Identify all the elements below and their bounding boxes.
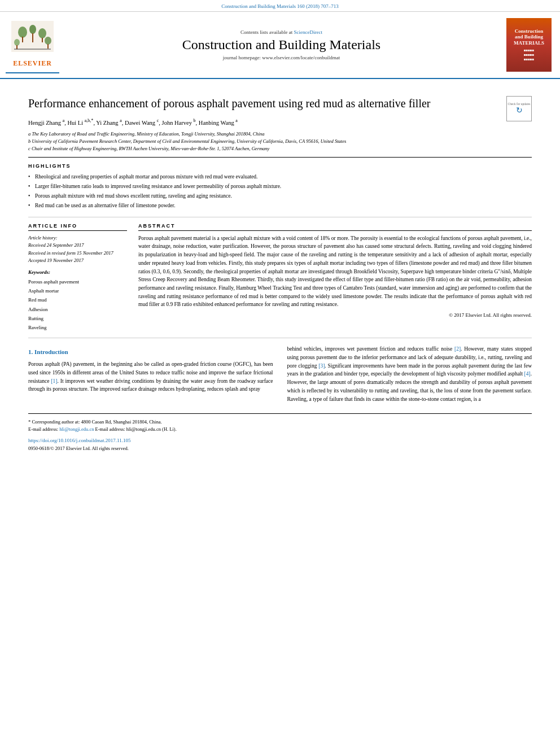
email-link[interactable]: hli@tongji.edu.cn xyxy=(59,426,94,432)
elsevier-logo-area: ELSEVIER xyxy=(6,16,59,73)
journal-center-info: Contents lists available at ScienceDirec… xyxy=(65,29,498,60)
affiliation-b: b University of California Pavement Rese… xyxy=(28,138,498,145)
keyword-1: Porous asphalt pavement xyxy=(28,277,127,286)
body-left-col: 1. Introduction Porous asphalt (PA) pave… xyxy=(28,345,273,407)
accepted-date: Accepted 19 November 2017 xyxy=(28,257,127,265)
highlight-item-1: Rheological and raveling properties of a… xyxy=(28,172,532,182)
keyword-6: Raveling xyxy=(28,323,127,332)
highlights-list: Rheological and raveling properties of a… xyxy=(28,172,532,211)
svg-rect-8 xyxy=(16,45,18,49)
check-updates-icon: ↻ xyxy=(516,106,523,115)
corner-logo-subtitle: ■■■■■■■■■■■■■■■ xyxy=(524,49,534,62)
journal-title: Construction and Building Materials xyxy=(65,37,498,53)
highlight-item-2: Larger filler-bitumen ratio leads to imp… xyxy=(28,182,532,191)
corner-logo-box: Construction and Building MATERIALS ■■■■… xyxy=(506,18,552,72)
keywords-label: Keywords: xyxy=(28,269,127,275)
article-info-column: ARTICLE INFO Article history: Received 2… xyxy=(28,223,127,333)
body-content: 1. Introduction Porous asphalt (PA) pave… xyxy=(28,338,532,413)
main-content: Performance enhancement of porous asphal… xyxy=(0,79,560,460)
svg-point-2 xyxy=(29,25,36,34)
check-updates-badge: Check for updates ↻ xyxy=(506,96,532,121)
elsevier-tree-icon xyxy=(11,21,54,52)
ref-1[interactable]: [1] xyxy=(51,378,57,384)
article-title-text: Performance enhancement of porous asphal… xyxy=(28,96,498,152)
ref-3[interactable]: [3] xyxy=(318,363,325,369)
svg-rect-6 xyxy=(42,38,43,42)
doi-area: https://doi.org/10.1016/j.conbuildmat.20… xyxy=(28,435,532,445)
revised-date: Received in revised form 15 November 201… xyxy=(28,250,127,257)
journal-reference-bar: Construction and Building Materials 160 … xyxy=(0,0,560,12)
svg-point-9 xyxy=(45,37,51,45)
journal-header: ELSEVIER Contents lists available at Sci… xyxy=(0,12,560,79)
corner-logo-title: Construction and Building MATERIALS xyxy=(514,28,544,46)
affiliations: a The Key Laboratory of Road and Traffic… xyxy=(28,130,498,152)
article-title-section: Performance enhancement of porous asphal… xyxy=(28,88,532,158)
introduction-heading: 1. Introduction xyxy=(28,347,273,357)
highlights-section: HIGHLIGHTS Rheological and raveling prop… xyxy=(28,158,532,217)
journal-reference-text: Construction and Building Materials 160 … xyxy=(221,3,338,9)
sciencedirect-link[interactable]: ScienceDirect xyxy=(294,29,322,35)
doi-link[interactable]: https://doi.org/10.1016/j.conbuildmat.20… xyxy=(28,438,131,443)
elsevier-name: ELSEVIER xyxy=(13,59,52,68)
ref-2[interactable]: [2] xyxy=(454,346,461,352)
keyword-4: Adhesion xyxy=(28,305,127,314)
affiliation-a: a The Key Laboratory of Road and Traffic… xyxy=(28,130,498,138)
body-right-col: behind vehicles, improves wet pavement f… xyxy=(287,345,532,407)
highlights-label: HIGHLIGHTS xyxy=(28,163,532,169)
keyword-5: Rutting xyxy=(28,314,127,323)
footnote-area: * Corresponding author at: 4800 Caoan Rd… xyxy=(28,413,532,435)
history-label: Article history: xyxy=(28,234,127,242)
abstract-label: ABSTRACT xyxy=(138,223,532,231)
highlight-item-3: Porous asphalt mixture with red mud show… xyxy=(28,191,532,201)
keywords-list: Porous asphalt pavement Asphalt mortar R… xyxy=(28,277,127,332)
svg-point-7 xyxy=(14,39,20,46)
article-info-label: ARTICLE INFO xyxy=(28,223,127,231)
corner-logo: Construction and Building MATERIALS ■■■■… xyxy=(504,18,554,72)
introduction-col1-text: Porous asphalt (PA) pavement, in the beg… xyxy=(28,360,273,394)
keyword-3: Red mud xyxy=(28,295,127,304)
issn-line: 0950-0618/© 2017 Elsevier Ltd. All right… xyxy=(28,445,532,451)
email-address: E-mail address: hli@tongji.edu.cn E-mail… xyxy=(28,426,532,433)
ref-4[interactable]: [4] xyxy=(524,371,531,377)
article-history: Article history: Received 24 September 2… xyxy=(28,234,127,265)
introduction-col2-text: behind vehicles, improves wet pavement f… xyxy=(287,345,532,403)
journal-homepage: journal homepage: www.elsevier.com/locat… xyxy=(65,55,498,60)
abstract-text: Porous asphalt pavement material is a sp… xyxy=(138,234,532,309)
article-title: Performance enhancement of porous asphal… xyxy=(28,96,498,111)
received-date: Received 24 September 2017 xyxy=(28,242,127,250)
highlight-item-4: Red mud can be used as an alternative fi… xyxy=(28,201,532,211)
page-wrapper: Construction and Building Materials 160 … xyxy=(0,0,560,460)
abstract-column: ABSTRACT Porous asphalt pavement materia… xyxy=(138,223,532,333)
svg-rect-10 xyxy=(47,44,49,49)
article-info-abstract-section: ARTICLE INFO Article history: Received 2… xyxy=(28,217,532,339)
affiliation-c: c Chair and Institute of Highway Enginee… xyxy=(28,145,498,152)
sciencedirect-line: Contents lists available at ScienceDirec… xyxy=(65,29,498,35)
svg-point-3 xyxy=(38,28,46,38)
svg-point-1 xyxy=(18,27,27,38)
corresponding-author: * Corresponding author at: 4800 Caoan Rd… xyxy=(28,418,532,426)
copyright-line: © 2017 Elsevier Ltd. All rights reserved… xyxy=(138,312,532,318)
svg-rect-5 xyxy=(32,33,33,42)
svg-rect-4 xyxy=(22,37,23,42)
keyword-2: Asphalt mortar xyxy=(28,286,127,295)
two-col-body: 1. Introduction Porous asphalt (PA) pave… xyxy=(28,345,532,407)
authors-line: Hengji Zhang a, Hui Li a,b,*, Yi Zhang a… xyxy=(28,117,498,127)
